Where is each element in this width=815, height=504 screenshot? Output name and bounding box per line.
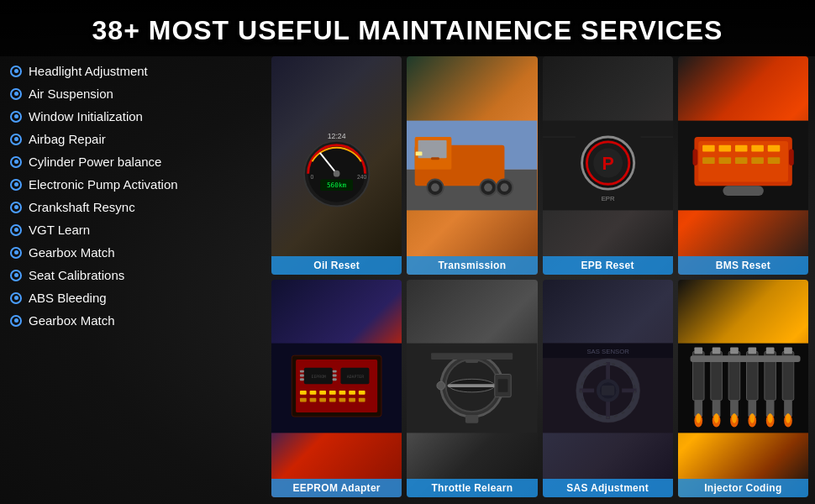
svg-point-115 [696, 413, 701, 423]
svg-rect-65 [359, 391, 365, 395]
grid-item-bms-reset[interactable]: BMS Reset [678, 56, 808, 275]
grid-item-transmission[interactable]: Transmission [407, 56, 537, 275]
services-grid: 0 240 560km 12:24 Oil Reset [271, 56, 808, 497]
svg-rect-126 [694, 348, 702, 354]
list-item-label: Cylinder Power balance [29, 155, 161, 169]
grid-item-eeprom[interactable]: EEPROM ADAPTER EEPROM Adapter [271, 280, 402, 498]
svg-rect-43 [751, 157, 764, 164]
svg-rect-46 [692, 149, 697, 165]
sas-label: SAS Adjustment [543, 479, 673, 497]
svg-rect-128 [730, 348, 739, 354]
grid-row-2: EEPROM ADAPTER EEPROM Adapter [271, 280, 808, 498]
transmission-label: Transmission [407, 256, 537, 275]
svg-point-121 [749, 413, 755, 423]
svg-rect-54 [300, 375, 304, 377]
page-header: 38+ MOST USEFUL MAINTAINENCE SERVICES [0, 0, 815, 56]
epb-reset-image: P EPR [543, 56, 673, 275]
svg-rect-23 [416, 151, 423, 155]
svg-rect-45 [723, 186, 764, 196]
bullet-icon [10, 224, 22, 236]
svg-rect-40 [702, 157, 715, 164]
list-item[interactable]: Crankshaft Resync [7, 196, 263, 218]
bullet-icon [10, 292, 22, 304]
list-item-label: Gearbox Match [29, 245, 115, 260]
svg-rect-129 [748, 348, 756, 354]
list-item-label: Airbag Repair [29, 132, 106, 146]
list-item-label: Crankshaft Resync [29, 200, 135, 214]
transmission-image [407, 56, 537, 275]
svg-rect-15 [418, 140, 447, 158]
bullet-icon [10, 111, 22, 123]
oil-reset-label: Oil Reset [271, 256, 402, 275]
injector-label: Injector Coding [678, 479, 808, 497]
sas-image: SAS SENSOR [543, 280, 673, 498]
svg-rect-44 [767, 157, 780, 164]
svg-rect-36 [718, 144, 731, 151]
bullet-icon [10, 315, 22, 327]
list-item[interactable]: Gearbox Match [7, 241, 263, 264]
svg-point-119 [732, 413, 737, 423]
svg-text:560km: 560km [327, 181, 347, 189]
svg-rect-69 [310, 398, 317, 402]
bullet-icon [10, 66, 22, 77]
list-item-label: Gearbox Match [29, 313, 115, 328]
grid-item-sas[interactable]: SAS SENSOR SAS Adjustment [543, 280, 673, 498]
svg-rect-58 [333, 379, 337, 381]
list-item-label: Window Initialization [29, 109, 143, 123]
svg-point-125 [786, 413, 791, 423]
grid-item-throttle[interactable]: Throttle Relearn [407, 280, 537, 498]
svg-rect-62 [329, 391, 336, 395]
grid-item-injector[interactable]: Injector Coding [678, 280, 808, 498]
svg-rect-47 [789, 149, 794, 165]
content-area: Headlight Adjustment Air Suspension Wind… [0, 56, 815, 504]
svg-rect-22 [431, 157, 439, 160]
list-item[interactable]: Seat Calibrations [7, 264, 263, 286]
svg-point-123 [767, 413, 772, 423]
list-item[interactable]: ABS Bleeding [7, 286, 263, 309]
bullet-icon [10, 202, 22, 213]
svg-text:0: 0 [311, 174, 314, 180]
bullet-icon [10, 88, 22, 100]
svg-rect-73 [349, 398, 355, 402]
svg-text:EPR: EPR [601, 194, 614, 202]
svg-text:12:24: 12:24 [328, 132, 346, 140]
svg-point-21 [501, 183, 509, 192]
list-item[interactable]: Window Initialization [7, 105, 263, 128]
main-container: 38+ MOST USEFUL MAINTAINENCE SERVICES He… [0, 0, 815, 504]
list-item[interactable]: Airbag Repair [7, 128, 263, 150]
grid-row-1: 0 240 560km 12:24 Oil Reset [271, 56, 808, 275]
bullet-icon [10, 179, 22, 191]
svg-rect-83 [465, 415, 479, 423]
list-item[interactable]: Electronic Pump Activation [7, 173, 263, 196]
injector-image [678, 280, 808, 498]
svg-rect-39 [767, 144, 780, 151]
svg-rect-53 [300, 370, 304, 373]
svg-rect-63 [339, 391, 346, 395]
svg-rect-37 [735, 144, 748, 151]
svg-rect-79 [448, 384, 497, 387]
bms-reset-image [678, 56, 808, 275]
services-list: Headlight Adjustment Air Suspension Wind… [7, 56, 263, 497]
list-item-label: Seat Calibrations [29, 268, 124, 282]
svg-rect-68 [300, 398, 307, 402]
svg-rect-59 [300, 391, 307, 395]
svg-rect-50 [296, 360, 377, 412]
grid-item-oil-reset[interactable]: 0 240 560km 12:24 Oil Reset [271, 56, 402, 275]
svg-rect-130 [766, 348, 775, 354]
list-item[interactable]: Air Suspension [7, 82, 263, 105]
svg-rect-55 [300, 379, 304, 381]
grid-item-epb-reset[interactable]: P EPR EPB Reset [543, 56, 673, 275]
list-item[interactable]: Headlight Adjustment [7, 60, 263, 82]
svg-text:ADAPTER: ADAPTER [347, 375, 364, 380]
svg-rect-61 [319, 391, 326, 395]
svg-rect-85 [498, 380, 508, 393]
list-item[interactable]: Cylinder Power balance [7, 150, 263, 173]
list-item[interactable]: Gearbox Match [7, 309, 263, 332]
svg-rect-74 [359, 398, 365, 402]
svg-rect-57 [333, 375, 337, 377]
bullet-icon [10, 156, 22, 168]
svg-rect-56 [333, 370, 337, 373]
list-item[interactable]: VGT Learn [7, 218, 263, 241]
svg-rect-35 [702, 144, 715, 151]
svg-point-19 [484, 183, 492, 192]
